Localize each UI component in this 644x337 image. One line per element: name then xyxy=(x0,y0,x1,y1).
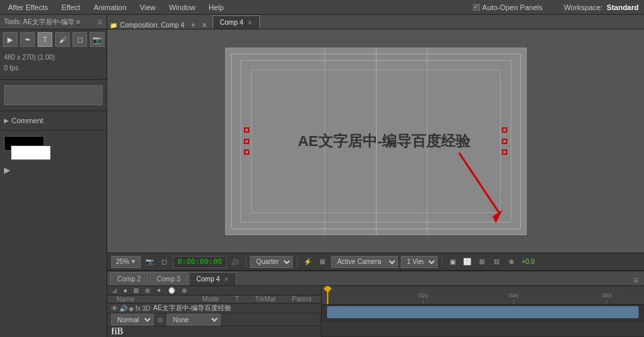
tl-tab-comp3-label: Comp 3 xyxy=(157,275,180,283)
tl-tab-comp2[interactable]: Comp 2 xyxy=(110,272,148,285)
comp-panel-dropdown[interactable]: ▼ xyxy=(190,21,196,29)
tl-effect-btn[interactable]: ✦ xyxy=(154,286,164,295)
tl-tab-comp4-label: Comp 4 xyxy=(196,275,220,283)
tl-tabs-menu[interactable]: ≡ xyxy=(633,275,641,285)
render-region-btn[interactable]: ▣ xyxy=(446,256,458,268)
tl-solo-btn[interactable]: ● xyxy=(121,286,129,295)
tl-tab-comp4[interactable]: Comp 4 ✕ xyxy=(189,272,237,285)
tl-search-btn[interactable]: ⊛ xyxy=(143,286,152,295)
center-panel: 📁 Composition: Comp 4 ▼ ✕ Comp 4 ✕ AE xyxy=(107,15,644,337)
comp-viewer: AE文字居中-编导百度经验 xyxy=(107,29,644,253)
shape-tool-btn[interactable]: ◻ xyxy=(72,32,87,47)
tl-ctrl-row: ⊿ ● ⊠ ⊛ ✦ ⌚ ⊕ xyxy=(107,286,321,295)
tl-snap-btn[interactable]: ⊕ xyxy=(180,286,189,295)
tl-quality-icon[interactable]: ◈ xyxy=(129,305,134,312)
quality-select[interactable]: Quarter Half Full xyxy=(250,256,293,268)
active-camera-select[interactable]: Active Camera xyxy=(331,256,398,268)
tl-layer-bar-area xyxy=(322,305,644,323)
tl-audio-icon[interactable]: 🔊 xyxy=(119,305,127,312)
tool-row-1: ▶ ✒ T 🖌 ◻ 📷 xyxy=(3,32,104,47)
tl-parent-select[interactable]: None xyxy=(167,314,220,326)
menu-help[interactable]: Help xyxy=(206,2,227,13)
tl-mark-04s-label: 04s xyxy=(509,292,519,299)
show-snapshot-btn[interactable]: ◻ xyxy=(158,256,170,268)
expand-indicator[interactable]: ▶ xyxy=(0,163,107,178)
pb-sep-3 xyxy=(442,257,442,267)
tl-layer-bar[interactable] xyxy=(327,306,639,318)
tl-tab-comp4-close[interactable]: ✕ xyxy=(224,276,229,283)
comp-tab-comp4-close[interactable]: ✕ xyxy=(247,19,253,26)
tl-mode-select[interactable]: Normal xyxy=(111,314,153,326)
tl-3d-icon[interactable]: 3D xyxy=(142,305,151,312)
auto-open-panels-checkbox[interactable]: Auto-Open Panels xyxy=(473,3,543,11)
guide-btn[interactable]: ⊟ xyxy=(491,256,503,268)
anchor-tl xyxy=(244,127,249,133)
text-tool-btn[interactable]: T xyxy=(38,32,52,47)
zoom-value: 25% xyxy=(116,258,129,265)
left-divider-3 xyxy=(0,130,107,131)
tl-tab-comp2-label: Comp 2 xyxy=(117,275,141,283)
menu-effect[interactable]: Effect xyxy=(59,2,83,13)
anchor-mr xyxy=(502,139,507,144)
fast-preview-btn[interactable]: ⚡ xyxy=(302,256,314,268)
grid-view-btn[interactable]: ⊞ xyxy=(476,256,488,268)
time-display[interactable]: 0:00:00:00 xyxy=(173,256,227,268)
tl-shy-btn[interactable]: ⊿ xyxy=(110,286,119,295)
zoom-display[interactable]: 25% ▼ xyxy=(111,256,141,268)
pen-tool-btn[interactable]: ✒ xyxy=(20,32,35,47)
resolution-info: 480 x 270) (1.00) xyxy=(4,52,103,63)
tl-col-name: Name xyxy=(111,295,192,303)
menu-animation[interactable]: Animation xyxy=(91,2,129,13)
camera-tool-btn[interactable]: 📷 xyxy=(90,32,105,47)
tl-eye-icon[interactable]: 👁 xyxy=(111,305,118,312)
tl-playhead[interactable] xyxy=(327,286,328,304)
tl-time-btn[interactable]: ⌚ xyxy=(166,286,178,295)
tl-col-mode: Mode xyxy=(197,295,224,303)
timeline-tabs: Comp 2 Comp 3 Comp 4 ✕ ≡ xyxy=(107,271,644,286)
background-color-swatch[interactable] xyxy=(11,145,51,160)
tl-content-area: ⊿ ● ⊠ ⊛ ✦ ⌚ ⊕ Name Mode T TrkMat Pa xyxy=(107,286,644,337)
menu-bar: After Effects Effect Animation View Wind… xyxy=(0,0,644,15)
anchor-ml xyxy=(244,139,249,144)
brush-tool-btn[interactable]: 🖌 xyxy=(55,32,70,47)
tl-mark-02s-tick xyxy=(423,300,424,304)
tl-col-trkmat: TrkMat xyxy=(250,295,281,303)
tl-col-parent: Parent xyxy=(287,295,317,303)
preview-area xyxy=(4,85,103,105)
tl-playhead-diamond xyxy=(324,286,332,293)
comp-text-layer[interactable]: AE文字居中-编导百度经验 xyxy=(298,131,470,151)
pb-sep-2 xyxy=(297,257,298,267)
tl-effect-icon[interactable]: fx xyxy=(135,305,141,312)
tl-mark-02s: 02s xyxy=(418,286,428,304)
left-panel-title: Tools: AE文字居中-编导 ≡ xyxy=(4,17,80,27)
main-layout: Tools: AE文字居中-编导 ≡ ≡ ▶ ✒ T 🖌 ◻ 📷 480 x 2… xyxy=(0,15,644,337)
toggle-transparency-btn[interactable]: ⬜ xyxy=(461,256,473,268)
left-divider-1 xyxy=(0,79,107,80)
left-info-area: 480 x 270) (1.00) 0 fps xyxy=(0,50,107,76)
fib-icon[interactable]: fiB xyxy=(111,326,123,337)
snapshot-btn[interactable]: 📷 xyxy=(143,256,155,268)
comment-label: Comment xyxy=(11,117,44,125)
time-code: 0:00:00:00 xyxy=(178,257,222,266)
left-panel-options-icon[interactable]: ≡ xyxy=(97,17,103,27)
tl-left-panel: ⊿ ● ⊠ ⊛ ✦ ⌚ ⊕ Name Mode T TrkMat Pa xyxy=(107,286,322,337)
comp-tab-comp4-label: Comp 4 xyxy=(220,19,243,26)
tl-ruler-track: 02s 04s 06s xyxy=(322,286,644,305)
select-tool-btn[interactable]: ▶ xyxy=(3,32,17,47)
comment-section: ▶ Comment xyxy=(0,114,107,127)
auto-open-checkbox-icon xyxy=(473,4,480,11)
track-btn[interactable]: ⊕ xyxy=(505,256,517,268)
menu-window[interactable]: Window xyxy=(166,2,198,13)
comp-panel-close-x[interactable]: ✕ xyxy=(202,21,207,29)
tl-lock-btn[interactable]: ⊠ xyxy=(131,286,141,295)
menu-view[interactable]: View xyxy=(137,2,159,13)
view-count-select[interactable]: 1 View xyxy=(401,256,438,268)
camera-motion-btn[interactable]: 🎥 xyxy=(229,256,241,268)
timeline-section: Comp 2 Comp 3 Comp 4 ✕ ≡ xyxy=(107,270,644,337)
comp-tab-comp4[interactable]: Comp 4 ✕ xyxy=(212,15,260,29)
tl-right-panel: 02s 04s 06s xyxy=(322,286,644,337)
menu-after-effects[interactable]: After Effects xyxy=(5,2,51,13)
tl-layer-icons: 👁 🔊 ◈ fx 3D xyxy=(111,305,151,312)
tl-tab-comp3[interactable]: Comp 3 xyxy=(149,272,188,285)
transparency-btn[interactable]: ⊞ xyxy=(316,256,328,268)
